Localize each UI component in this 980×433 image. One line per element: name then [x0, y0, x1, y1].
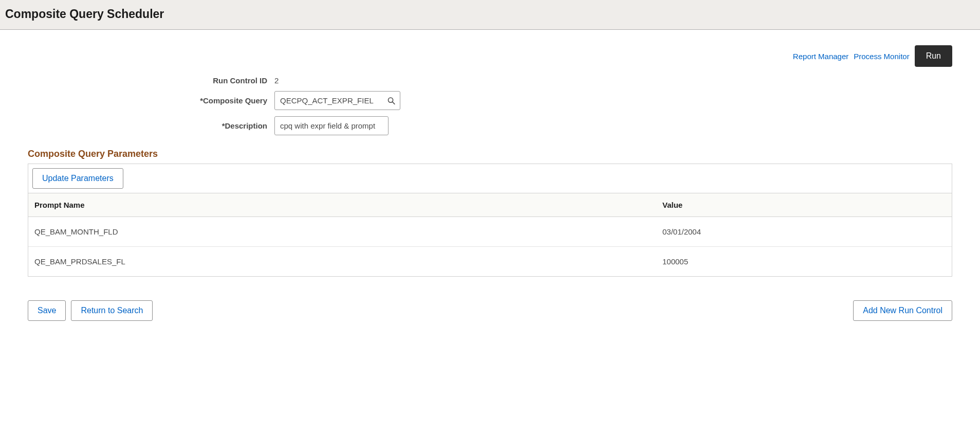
value-cell: 100005 — [656, 247, 952, 277]
composite-query-input[interactable] — [274, 91, 400, 110]
save-button[interactable]: Save — [28, 300, 66, 321]
run-control-id-value: 2 — [274, 76, 279, 85]
footer-actions: Save Return to Search Add New Run Contro… — [28, 300, 952, 321]
composite-query-label: *Composite Query — [28, 96, 274, 105]
description-row: *Description — [28, 116, 952, 135]
lookup-icon[interactable] — [387, 96, 396, 105]
description-label: *Description — [28, 121, 274, 130]
run-control-id-label: Run Control ID — [28, 76, 274, 85]
page-title: Composite Query Scheduler — [5, 7, 975, 21]
run-button[interactable]: Run — [915, 45, 952, 67]
parameters-toolbar: Update Parameters — [28, 164, 952, 193]
description-input[interactable] — [274, 116, 389, 135]
run-control-id-row: Run Control ID 2 — [28, 76, 952, 85]
column-header-value: Value — [656, 193, 952, 217]
form-rows: Run Control ID 2 *Composite Query — [28, 76, 952, 135]
update-parameters-button[interactable]: Update Parameters — [32, 168, 123, 189]
value-cell: 03/01/2004 — [656, 217, 952, 247]
composite-query-row: *Composite Query — [28, 91, 952, 110]
report-manager-link[interactable]: Report Manager — [793, 52, 848, 61]
content-area: Report Manager Process Monitor Run Run C… — [0, 30, 980, 341]
table-row: QE_BAM_PRDSALES_FL100005 — [28, 247, 952, 277]
svg-line-1 — [393, 102, 395, 104]
top-actions: Report Manager Process Monitor Run — [28, 45, 952, 67]
prompt-name-cell: QE_BAM_PRDSALES_FL — [28, 247, 656, 277]
parameters-section-title: Composite Query Parameters — [28, 149, 952, 159]
column-header-prompt-name: Prompt Name — [28, 193, 656, 217]
prompt-name-cell: QE_BAM_MONTH_FLD — [28, 217, 656, 247]
parameters-table: Prompt Name Value QE_BAM_MONTH_FLD03/01/… — [28, 193, 952, 276]
process-monitor-link[interactable]: Process Monitor — [854, 52, 909, 61]
parameters-box: Update Parameters Prompt Name Value QE_B… — [28, 164, 952, 277]
return-to-search-button[interactable]: Return to Search — [71, 300, 153, 321]
table-row: QE_BAM_MONTH_FLD03/01/2004 — [28, 217, 952, 247]
add-new-run-control-button[interactable]: Add New Run Control — [853, 300, 952, 321]
page-header: Composite Query Scheduler — [0, 0, 980, 30]
